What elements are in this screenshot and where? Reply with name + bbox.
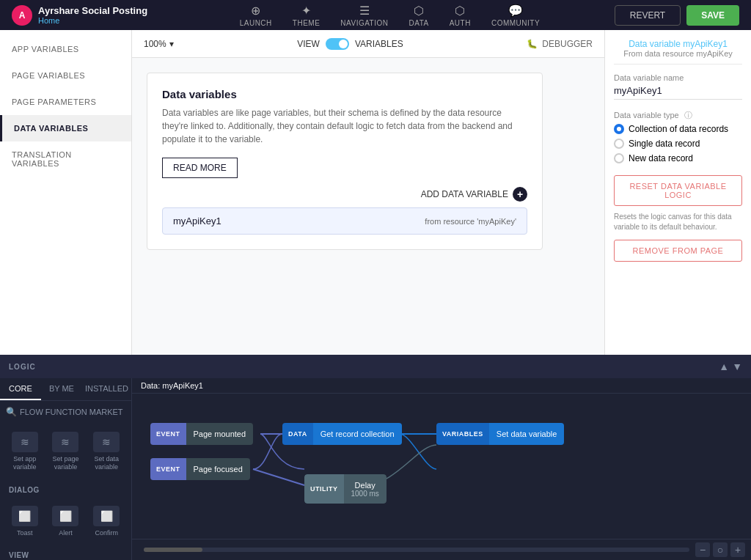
zoom-value: 100%: [144, 39, 166, 49]
sidebar-item-translation-variables[interactable]: TRANSLATION VARIABLES: [0, 141, 131, 177]
zoom-control[interactable]: 100% ▾: [144, 39, 174, 49]
radio-collection[interactable]: Collection of data records: [614, 124, 742, 134]
nav-data-label: DATA: [409, 19, 429, 27]
nav-navigation[interactable]: ☰ NAVIGATION: [340, 4, 388, 27]
panel-name-section: Data variable name myApiKey1: [614, 73, 742, 100]
zoom-out-button[interactable]: −: [695, 542, 710, 557]
center-area: 100% ▾ VIEW VARIABLES 🐛 DEBUGGER Data va…: [132, 30, 604, 355]
dialog-section-title: DIALOG: [0, 480, 131, 497]
logic-tab-installed[interactable]: INSTALLED: [82, 378, 131, 400]
set-app-var-icon: ≋: [12, 432, 38, 452]
logic-tab-core[interactable]: CORE: [0, 378, 41, 400]
variables-label: VARIABLES: [355, 39, 403, 49]
panel-type-section: Data variable type ⓘ Collection of data …: [614, 110, 742, 163]
radio-single[interactable]: Single data record: [614, 139, 742, 149]
community-icon: 💬: [508, 4, 524, 18]
variable-source: from resource 'myApiKey': [425, 217, 516, 226]
svg-line-2: [253, 469, 304, 485]
reset-note: Resets the logic canvas for this data va…: [614, 212, 742, 232]
add-variable-icon: +: [513, 187, 527, 202]
set-data-var-icon: ≋: [93, 432, 120, 452]
reset-button[interactable]: RESET DATA VARIABLE LOGIC: [614, 175, 742, 206]
node-set-variable[interactable]: VARIABLES Set data variable: [436, 423, 564, 445]
nav-theme[interactable]: ✦ THEME: [293, 4, 320, 27]
view-section-title: VIEW: [0, 545, 131, 560]
node-utility-label: UTILITY: [304, 474, 344, 504]
panel-variable-link[interactable]: Data variable myApiKey1: [614, 39, 742, 49]
sidebar-item-page-parameters[interactable]: PAGE PARAMETERS: [0, 89, 131, 115]
navigation-icon: ☰: [359, 4, 370, 18]
nav-data[interactable]: ⬡ DATA: [409, 4, 429, 27]
type-info-icon: ⓘ: [684, 111, 692, 119]
main-nav: ⊕ LAUNCH ✦ THEME ☰ NAVIGATION ⬡ DATA ⬡ A…: [165, 4, 615, 27]
zoom-buttons: − ○ +: [695, 542, 745, 557]
flow-market[interactable]: 🔍 FLOW FUNCTION MARKET: [0, 401, 131, 423]
logic-tab-byme[interactable]: BY ME: [41, 378, 82, 400]
logic-set-data-var[interactable]: ≋ Set data variable: [87, 426, 125, 477]
node-page-focused[interactable]: EVENT Page focused: [150, 458, 250, 480]
variable-row[interactable]: myApiKey1 from resource 'myApiKey': [162, 207, 527, 235]
logo-icon: A: [12, 5, 32, 26]
launch-icon: ⊕: [251, 4, 261, 18]
nav-community[interactable]: 💬 COMMUNITY: [491, 4, 540, 27]
node-delay[interactable]: UTILITY Delay 1000 ms: [304, 474, 387, 504]
debugger-button[interactable]: 🐛 DEBUGGER: [527, 39, 593, 49]
name-label: Data variable name: [614, 73, 742, 82]
node-variables-label: VARIABLES: [436, 423, 489, 445]
radio-new[interactable]: New data record: [614, 153, 742, 163]
top-nav: A Ayrshare Social Posting Home ⊕ LAUNCH …: [0, 0, 751, 30]
read-more-button[interactable]: READ MORE: [162, 158, 238, 178]
logic-header: LOGIC ▲ ▼: [0, 355, 751, 378]
app-subtitle[interactable]: Home: [38, 16, 147, 25]
node-event-label-1: EVENT: [150, 423, 186, 445]
nav-auth[interactable]: ⬡ AUTH: [450, 4, 471, 27]
logic-tab-bar: Data: myApiKey1: [132, 378, 751, 394]
sidebar-item-app-variables[interactable]: APP VARIABLES: [0, 36, 131, 62]
debugger-label: DEBUGGER: [542, 39, 593, 49]
toast-icon: ⬜: [12, 506, 38, 526]
radio-collection-indicator: [614, 124, 624, 134]
radio-new-indicator: [614, 153, 624, 163]
zoom-dropdown-icon: ▾: [169, 39, 174, 49]
save-button[interactable]: SAVE: [686, 5, 739, 26]
set-page-var-icon: ≋: [52, 432, 78, 452]
auth-icon: ⬡: [455, 4, 466, 18]
logic-scrollbar-thumb: [144, 548, 202, 552]
view-variables-toggle[interactable]: [326, 38, 349, 50]
sidebar-item-page-variables[interactable]: PAGE VARIABLES: [0, 62, 131, 89]
nav-launch[interactable]: ⊕ LAUNCH: [240, 4, 272, 27]
zoom-in-button[interactable]: +: [730, 542, 745, 557]
logic-up-btn[interactable]: ▲: [719, 361, 729, 372]
logic-confirm[interactable]: ⬜ Confirm: [87, 500, 125, 543]
zoom-fit-button[interactable]: ○: [713, 542, 728, 557]
node-get-record[interactable]: DATA Get record collection: [282, 423, 402, 445]
logic-set-app-var[interactable]: ≋ Set app variable: [6, 426, 44, 477]
app-name-block: Ayrshare Social Posting Home: [38, 5, 147, 25]
flow-container: EVENT Page mounted DATA Get record colle…: [147, 408, 587, 526]
main-area: APP VARIABLES PAGE VARIABLES PAGE PARAME…: [0, 30, 751, 355]
sidebar-item-data-variables[interactable]: DATA VARIABLES: [0, 115, 131, 141]
nav-theme-label: THEME: [293, 19, 320, 27]
confirm-icon: ⬜: [93, 506, 120, 526]
logic-toast[interactable]: ⬜ Toast: [6, 500, 44, 543]
app-logo[interactable]: A Ayrshare Social Posting Home: [12, 5, 147, 26]
view-label: VIEW: [297, 39, 320, 49]
add-variable-row[interactable]: ADD DATA VARIABLE +: [162, 187, 527, 202]
logic-active-tab: Data: myApiKey1: [141, 381, 203, 390]
app-name: Ayrshare Social Posting: [38, 5, 147, 16]
panel-subtitle: From data resource myApiKey: [614, 49, 742, 58]
logic-down-btn[interactable]: ▼: [732, 361, 742, 372]
variables-panel: Data variables Data variables are like p…: [147, 73, 543, 250]
remove-button[interactable]: REMOVE FROM PAGE: [614, 240, 742, 262]
logic-controls: ▲ ▼: [719, 361, 742, 372]
logic-scrollbar-track[interactable]: [144, 548, 689, 552]
node-get-record-content: Get record collection: [313, 423, 402, 445]
revert-button[interactable]: REVERT: [615, 5, 681, 26]
logic-canvas[interactable]: EVENT Page mounted DATA Get record colle…: [132, 394, 751, 539]
nav-community-label: COMMUNITY: [491, 19, 540, 27]
logic-set-page-var[interactable]: ≋ Set page variable: [47, 426, 85, 477]
logic-alert[interactable]: ⬜ Alert: [47, 500, 85, 543]
node-page-mounted[interactable]: EVENT Page mounted: [150, 423, 253, 445]
logic-var-grid: ≋ Set app variable ≋ Set page variable ≋…: [0, 423, 131, 480]
sidebar: APP VARIABLES PAGE VARIABLES PAGE PARAME…: [0, 30, 132, 355]
